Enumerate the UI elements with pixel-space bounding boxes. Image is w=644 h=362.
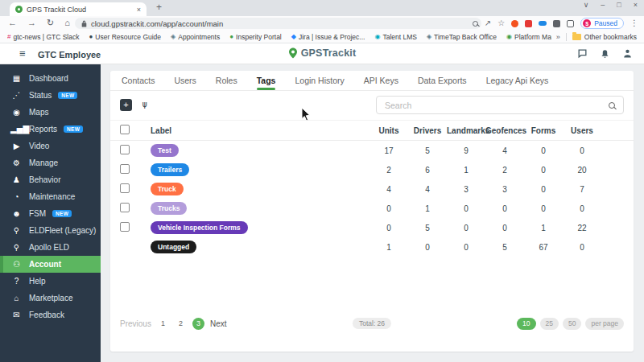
brand-logo: GPSTrackit [0,47,644,59]
address-bar[interactable]: cloud.gpstrackit.com/app/account/main [75,18,481,29]
sidebar-item-icon: ⋰ [10,92,23,100]
next-page-button[interactable]: Next [210,319,227,328]
account-tab[interactable]: Data Exports [418,71,467,90]
bookmark-item[interactable]: ● User Resource Guide [89,33,162,41]
account-tab[interactable]: Login History [295,71,344,90]
extension-icon[interactable] [539,21,547,26]
user-icon[interactable] [622,48,633,59]
bookmark-item[interactable]: # gtc-news | GTC Slack [7,33,80,41]
search-icon[interactable] [609,102,615,109]
sidebar-item[interactable]: ⋰ Status NEW [0,87,101,104]
window-maximize-button[interactable]: □ [617,1,621,9]
cell-landmarks: 0 [447,224,485,232]
row-checkbox[interactable] [120,145,130,154]
account-tab[interactable]: Legacy Api Keys [486,71,549,90]
account-tab[interactable]: Contacts [122,71,155,90]
back-icon[interactable]: ← [8,18,17,28]
row-checkbox[interactable] [120,222,130,232]
window-minimize-button[interactable]: – [601,1,605,9]
per-page-option[interactable]: 10 [517,318,535,330]
bookmark-item[interactable]: ● Insperity Portal [229,33,282,41]
bookmark-label: Appointments [178,33,220,41]
table-row: Truck 4 4 3 3 0 7 [110,179,634,199]
page-number-button[interactable]: 1 [157,318,169,330]
sidebar-item[interactable]: ▂▅▇ Reports NEW [0,121,101,138]
browser-tab[interactable]: GPS Trackit Cloud × [10,2,147,16]
zoom-icon[interactable] [473,21,478,27]
account-tab[interactable]: Roles [216,71,237,90]
select-all-checkbox[interactable] [120,125,130,134]
column-header-users: Users [563,126,601,135]
sidebar-item[interactable]: ? Help [0,273,101,290]
per-page-option[interactable]: 25 [540,318,559,330]
sidebar-item[interactable]: ⚲ Apollo ELD [0,239,101,256]
cell-users: 20 [563,166,601,175]
sidebar-item[interactable]: ☻ FSM NEW [0,205,101,222]
sidebar-item[interactable]: ◉ Maps [0,104,101,121]
tag-pill[interactable]: Untagged [151,241,196,253]
forward-icon[interactable]: → [27,18,36,28]
sidebar-item[interactable]: ⚲ ELDFleet (Legacy) [0,222,101,239]
tag-pill[interactable]: Test [151,144,179,157]
row-checkbox[interactable] [120,203,130,212]
window-close-button[interactable]: × [634,1,638,9]
page-number-button[interactable]: 2 [175,318,187,330]
account-tab[interactable]: Tags [257,71,276,90]
cell-units: 2 [369,166,408,175]
tag-pill[interactable]: Truck [151,183,184,195]
row-checkbox[interactable] [120,164,130,174]
per-page-option[interactable]: 50 [563,318,581,330]
sidebar-item-label: Maps [29,108,48,117]
sidebar-item[interactable]: ⚇ Account [0,256,101,273]
puzzle-icon[interactable] [553,20,560,27]
profile-icon[interactable] [567,20,574,27]
account-tab[interactable]: Users [174,71,196,90]
bookmark-item[interactable]: ◈ Appointments [171,33,220,41]
divider [566,33,567,41]
sidebar-item[interactable]: ⌂ Marketplace [0,290,101,306]
add-tag-button[interactable]: + [120,99,132,111]
sidebar-item[interactable]: ✉ Feedback [0,306,101,323]
previous-page-button[interactable]: Previous [120,319,151,328]
window-chevron-icon[interactable]: ∨ [584,1,589,9]
sidebar-item[interactable]: ▦ Dashboard [0,70,101,87]
extension-icon[interactable] [525,20,532,27]
sidebar-item-icon: ◔ [10,193,23,201]
sidebar-item[interactable]: ⚙ Manage [0,154,101,171]
sidebar-item-icon: ✉ [10,311,23,319]
other-bookmarks-button[interactable]: Other bookmarks [572,33,637,41]
tab-close-icon[interactable]: × [137,6,141,14]
sidebar-item-label: Maintenance [29,192,75,201]
bookmark-item[interactable]: ◆ Jira | Issue & Projec... [291,33,365,41]
search-input[interactable] [377,97,623,113]
cell-drivers: 1 [408,204,447,213]
account-tab[interactable]: API Keys [364,71,398,90]
browser-menu-icon[interactable]: ⋮ [630,19,638,27]
column-header-label: Label [151,126,369,135]
profile-paused-badge[interactable]: $ Paused [580,18,624,29]
sidebar-item[interactable]: ♟ Behavior [0,171,101,188]
share-icon[interactable]: ↗ [485,19,491,27]
bookmark-item[interactable]: ◉ Talent LMS [374,33,417,41]
tag-pill[interactable]: Vehicle Inspection Forms [151,221,248,234]
sidebar-item[interactable]: ▶ Video [0,138,101,154]
sidebar-item[interactable]: ◔ Maintenance [0,188,101,205]
bookmarks-overflow-icon[interactable]: » [556,33,560,41]
reload-icon[interactable]: ↻ [47,18,54,28]
bookmark-item[interactable]: ◈ TimeTap Back Office [427,33,497,41]
bookmark-item[interactable]: ◉ Platform Manager... [506,33,551,41]
tag-pill[interactable]: Trucks [151,202,187,215]
merge-tags-icon[interactable]: ⋔ [141,100,148,110]
cell-forms: 0 [524,166,563,175]
bookmark-favicon: ● [89,34,93,40]
cell-users: 0 [563,146,601,155]
page-number-button[interactable]: 3 [192,318,204,330]
home-icon[interactable]: ⌂ [64,18,70,28]
extension-icon[interactable] [511,20,518,27]
bookmark-star-icon[interactable]: ☆ [497,19,505,27]
new-tab-button[interactable]: + [156,2,162,13]
chat-icon[interactable] [577,48,588,59]
row-checkbox[interactable] [120,183,130,193]
bell-icon[interactable] [600,48,610,59]
tag-pill[interactable]: Trailers [151,163,189,176]
